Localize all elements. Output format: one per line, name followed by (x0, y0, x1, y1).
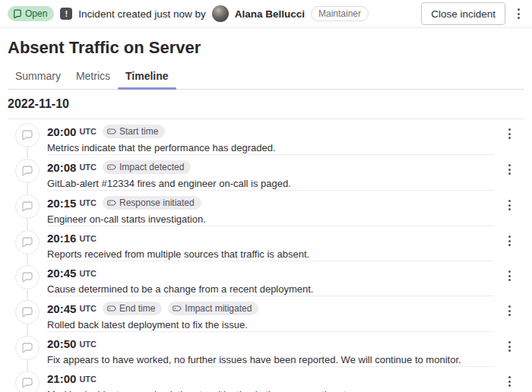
timeline-event-content: 21:00 UTC Marking incident as resolved, … (47, 367, 494, 392)
event-tags: Response initiated (103, 196, 201, 210)
timeline-event-meta: 20:16 UTC (47, 232, 494, 245)
timeline-event-row: 21:00 UTC Marking incident as resolved, … (8, 367, 524, 392)
event-actions-kebab-button[interactable] (504, 338, 515, 355)
comment-icon (15, 300, 40, 324)
label-icon (107, 163, 116, 172)
event-tag-label: End time (119, 303, 155, 314)
timeline-date-heading: 2022-11-10 (8, 96, 524, 119)
timeline-event-actions (494, 226, 524, 261)
timeline-event-actions (494, 155, 524, 191)
event-actions-kebab-button[interactable] (504, 161, 515, 178)
timeline-event-actions (494, 332, 524, 367)
timeline-event-row: 20:08 UTC Impact detected GitLab-alert #… (8, 155, 524, 191)
kebab-menu-icon (508, 164, 511, 175)
timeline-event-content: 20:50 UTC Fix appears to have worked, no… (47, 332, 494, 367)
tab-summary[interactable]: Summary (8, 65, 68, 89)
author-name[interactable]: Alana Bellucci (235, 8, 305, 20)
event-actions-kebab-button[interactable] (504, 197, 515, 213)
role-badge: Maintainer (311, 6, 369, 21)
issue-open-icon (13, 9, 22, 18)
event-time: 20:50 (47, 337, 76, 350)
tab-timeline[interactable]: Timeline (118, 65, 176, 89)
event-time: 20:16 (47, 232, 76, 245)
timeline-event-meta: 20:15 UTC Response initiated (47, 196, 494, 210)
timeline-marker-column (8, 332, 47, 367)
kebab-menu-icon (508, 341, 511, 352)
event-tag-badge: End time (103, 302, 162, 315)
event-tag-badge: Start time (103, 125, 165, 138)
comment-icon (15, 194, 40, 219)
event-timezone: UTC (79, 304, 97, 313)
event-timezone: UTC (79, 375, 97, 384)
timeline-event-content: 20:08 UTC Impact detected GitLab-alert #… (47, 155, 494, 191)
incident-actions-kebab-button[interactable] (513, 5, 524, 22)
timeline-marker-column (8, 191, 47, 226)
timeline-event-actions (494, 367, 524, 392)
top-bar-actions: Close incident (421, 2, 524, 25)
event-description: Reports received from multiple sources t… (47, 248, 494, 261)
timeline-event-meta: 20:45 UTC End time Impact mitigated (47, 302, 494, 315)
event-timezone: UTC (79, 269, 97, 278)
event-description: Fix appears to have worked, no further i… (47, 353, 494, 366)
close-incident-button[interactable]: Close incident (421, 2, 505, 25)
event-tag-label: Impact detected (119, 162, 184, 172)
incident-created-text: Incident created just now by (78, 8, 205, 20)
timeline-event-meta: 20:08 UTC Impact detected (47, 160, 494, 174)
timeline-marker-column (8, 261, 47, 296)
exclamation-icon: ! (65, 9, 68, 18)
kebab-menu-icon (518, 8, 520, 19)
label-icon (173, 304, 182, 313)
author-avatar[interactable] (212, 5, 229, 22)
comment-icon (15, 230, 40, 254)
kebab-menu-icon (508, 270, 511, 281)
event-actions-kebab-button[interactable] (504, 232, 515, 249)
timeline-marker-column (8, 296, 47, 332)
event-time: 20:15 (47, 197, 76, 210)
timeline-event-actions (494, 119, 524, 155)
event-actions-kebab-button[interactable] (504, 373, 515, 390)
comment-icon (15, 336, 40, 360)
timeline-event-content: 20:45 UTC Cause determined to be a chang… (47, 261, 494, 296)
event-actions-kebab-button[interactable] (504, 267, 515, 284)
tab-metrics[interactable]: Metrics (68, 65, 118, 89)
event-timezone: UTC (79, 340, 97, 349)
timeline-event-meta: 20:00 UTC Start time (47, 125, 494, 138)
timeline-event-actions (494, 296, 524, 332)
kebab-menu-icon (508, 376, 511, 387)
event-tag-label: Start time (119, 126, 158, 137)
timeline-list: 20:00 UTC Start time Metrics indicate th… (8, 119, 524, 392)
label-icon (107, 198, 116, 207)
event-time: 20:45 (47, 267, 76, 280)
event-description: GitLab-alert #12334 fires and engineer o… (47, 177, 494, 190)
timeline-event-meta: 20:45 UTC (47, 267, 494, 280)
timeline-marker-column (8, 119, 47, 155)
timeline-marker-column (8, 226, 47, 261)
event-timezone: UTC (79, 163, 97, 172)
timeline-event-row: 20:15 UTC Response initiated Engineer on… (8, 191, 524, 226)
timeline-event-row: 20:50 UTC Fix appears to have worked, no… (8, 332, 524, 367)
comment-icon (15, 265, 40, 289)
comment-icon (15, 123, 40, 147)
event-actions-kebab-button[interactable] (504, 125, 515, 142)
timeline-marker-column (8, 155, 47, 191)
event-tag-badge: Impact detected (103, 160, 191, 174)
event-tag-badge: Response initiated (103, 196, 201, 210)
event-time: 20:08 (47, 161, 76, 174)
timeline-event-meta: 20:50 UTC (47, 337, 494, 350)
event-actions-kebab-button[interactable] (504, 302, 515, 319)
status-badge: Open (8, 6, 54, 21)
event-tag-label: Response initiated (119, 198, 195, 208)
event-time: 20:00 (47, 125, 76, 138)
timeline-event-row: 20:45 UTC End time Impact mitigated Roll… (8, 296, 524, 332)
kebab-menu-icon (508, 305, 511, 316)
kebab-menu-icon (508, 128, 511, 139)
comment-icon (15, 371, 40, 392)
event-timezone: UTC (79, 234, 97, 243)
comment-icon (15, 159, 40, 183)
timeline-event-actions (494, 261, 524, 296)
timeline-marker-column (8, 367, 47, 392)
incident-status-bar: Open ! Incident created just now by Alan… (0, 0, 532, 28)
event-tag-badge: Impact mitigated (168, 302, 258, 315)
timeline-event-content: 20:00 UTC Start time Metrics indicate th… (47, 119, 494, 155)
event-description: Cause determined to be a change from a r… (47, 283, 494, 296)
